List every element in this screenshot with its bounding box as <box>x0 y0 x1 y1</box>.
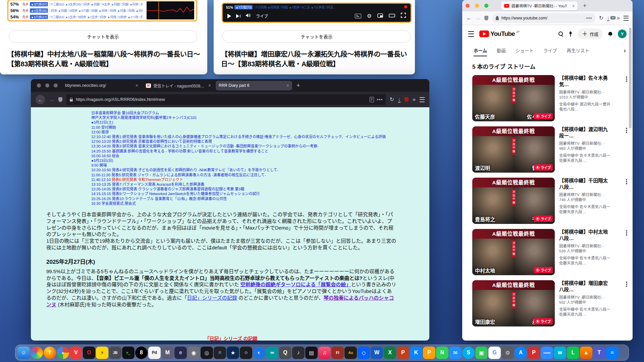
video-title[interactable]: 【将棋中継】千田翔太八段… <box>559 178 611 190</box>
search-icon[interactable] <box>558 32 564 37</box>
tab-playlists[interactable]: 再生リスト <box>567 47 590 54</box>
diary-series-link[interactable]: 日記」シリーズの記録 <box>187 295 237 301</box>
kebab-menu-icon[interactable] <box>626 282 627 283</box>
play-icon[interactable] <box>227 14 231 18</box>
tab-rrr-diary[interactable]: RRR Diary part 6 × <box>216 81 292 90</box>
kebab-menu-icon[interactable] <box>626 76 627 78</box>
new-tab-button[interactable]: + <box>294 82 303 89</box>
volume-icon[interactable] <box>246 13 251 19</box>
channel-name[interactable]: 囲碁将棋TV -朝日新聞社- · <box>559 295 611 300</box>
video-title[interactable]: 【将棋中継】中村太地八段… <box>559 229 611 242</box>
dock-stellarium-icon[interactable]: ★ <box>227 347 239 359</box>
overflow-menu-icon[interactable]: » <box>617 15 620 21</box>
reload-icon[interactable]: ↻ <box>599 15 603 21</box>
video-thumbnail[interactable]: A級順位戦最終戦 対局中継 増田康宏 永瀬拓矢 ライブ <box>472 280 555 326</box>
dock-midi-player-icon[interactable]: ♪ <box>292 347 305 359</box>
dock-jedit-icon[interactable]: JB <box>109 347 121 359</box>
channel-name[interactable]: 囲碁将棋TV -朝日新聞社- · <box>559 244 611 249</box>
url-bar[interactable]: https://www.youtube.com/ <box>492 13 595 23</box>
dock-dropbox-icon[interactable]: ◇ <box>358 347 370 359</box>
miniplayer-icon[interactable] <box>377 13 383 19</box>
new-tab-button[interactable]: + <box>580 2 589 9</box>
tab-bbynews[interactable]: bbynews.neocities.org/ × <box>62 81 141 90</box>
url-bar[interactable]: https://nagasm.org/ASL/RRR06/index.html#… <box>66 94 386 105</box>
tab-live[interactable]: ライブ <box>543 47 557 54</box>
youtube-guide-icon[interactable] <box>468 31 474 37</box>
page-actions-icon[interactable] <box>588 17 590 19</box>
close-tab-icon[interactable]: × <box>286 83 289 88</box>
kebab-menu-icon[interactable] <box>626 230 627 232</box>
dock-wifi-app-icon[interactable]: ≈ <box>606 347 619 359</box>
dock-system-settings-icon[interactable]: ⚙ <box>501 347 514 359</box>
scrollbar[interactable] <box>629 28 632 128</box>
dock-line-icon[interactable]: L <box>567 347 579 359</box>
downloads-icon[interactable]: ↓ <box>398 97 400 103</box>
tab-home[interactable]: ホーム <box>474 47 487 54</box>
settings-gear-icon[interactable]: ⚙ <box>367 13 372 19</box>
dock-photo-booth-icon[interactable]: ◉ <box>187 347 200 359</box>
tab-videos[interactable]: 動画 <box>497 47 506 54</box>
channel-name[interactable]: 囲碁将棋TV -朝日新聞社- · <box>559 192 611 197</box>
dock-mail-icon[interactable]: ✉ <box>449 347 462 359</box>
dock-quicktime-icon[interactable]: Q <box>279 347 291 359</box>
dock-vlc-icon[interactable]: ▲ <box>580 347 592 359</box>
dock-audition-icon[interactable]: Au <box>344 347 357 359</box>
zoom-window-button[interactable] <box>54 83 58 87</box>
avatar[interactable]: Y <box>618 29 627 38</box>
tracking-shield-icon[interactable] <box>58 97 62 102</box>
tracking-shield-icon[interactable] <box>484 16 488 20</box>
zoom-window-button[interactable] <box>484 4 488 8</box>
ublock-icon[interactable] <box>405 97 409 102</box>
dock-google-app-icon[interactable]: G <box>488 347 501 359</box>
dock-zoom-icon[interactable]: zoom <box>541 347 553 359</box>
dock-terminal-icon[interactable]: >_ <box>122 347 135 359</box>
close-tab-icon[interactable]: × <box>136 83 138 88</box>
dock-arduino-icon[interactable]: ∞ <box>266 347 278 359</box>
dock-wave-app-icon[interactable]: w <box>554 347 566 359</box>
dock-music-icon[interactable]: ♫ <box>318 347 331 359</box>
tab-youtube[interactable]: 囲碁将棋TV -朝日新聞社- - YouT × <box>501 1 578 10</box>
kebab-menu-icon[interactable] <box>626 128 627 129</box>
mic-icon[interactable] <box>569 32 572 37</box>
minimize-window-button[interactable] <box>475 4 479 8</box>
dock-obs-icon[interactable]: ◎ <box>201 347 213 359</box>
video-thumbnail[interactable]: A級順位戦最終戦 対局中継 佐藤天彦 佐々木勇気 ライブ <box>472 75 555 121</box>
forward-button[interactable]: → <box>475 15 481 21</box>
tab-shorts[interactable]: ショート <box>516 47 534 54</box>
forward-button[interactable]: → <box>49 97 54 102</box>
fullscreen-icon[interactable] <box>401 13 406 19</box>
dock-audio-mixer-icon[interactable]: ≡ <box>214 347 226 359</box>
channel-name[interactable]: 囲碁将棋TV -朝日新聞社- · <box>559 141 611 146</box>
dock-max-msp-icon[interactable]: M <box>161 347 174 359</box>
subtitles-icon[interactable] <box>355 14 361 18</box>
tab-gmail-inbox[interactable]: M 受信トレイ - nagasm0508@gmai × <box>143 81 214 90</box>
dock-teams-icon[interactable]: T <box>593 347 605 359</box>
dock-8ball-icon[interactable]: 8 <box>135 347 148 359</box>
dock-vivaldi-icon[interactable]: V <box>70 347 82 359</box>
video-title[interactable]: 【将棋中継】佐々木勇気… <box>559 75 611 88</box>
menu-icon[interactable] <box>624 16 629 21</box>
dock-numbers-icon[interactable]: N <box>436 347 448 359</box>
dock-chrome-icon[interactable]: ● <box>57 347 69 359</box>
notifications-bell-icon[interactable] <box>608 32 612 36</box>
next-icon[interactable] <box>236 14 240 18</box>
overflow-menu-icon[interactable]: » <box>413 97 416 102</box>
dock-excel-icon[interactable]: X <box>384 347 396 359</box>
dock-facetime-icon[interactable]: ▣ <box>475 347 488 359</box>
dock-skype-icon[interactable]: S <box>462 347 475 359</box>
show-chat-button[interactable]: チャットを表示 <box>9 30 197 43</box>
diary-series-footer-link[interactable]: 「日記」シリーズ の記録 <box>46 335 416 341</box>
dock-flash-icon[interactable]: Fl <box>331 347 344 359</box>
channel-name[interactable]: 囲碁将棋TV -朝日新聞社- · <box>559 90 611 95</box>
reload-icon[interactable]: ↻ <box>390 97 394 102</box>
dock-powerpoint-icon[interactable]: P <box>397 347 409 359</box>
dock-clock-icon[interactable]: ○ <box>240 347 252 359</box>
downloads-icon[interactable]: ↓ <box>607 15 609 21</box>
page-actions-icon[interactable] <box>379 99 380 100</box>
dock-automator-icon[interactable]: ⚡ <box>96 347 108 359</box>
dock-pdf-reader-icon[interactable]: P <box>528 347 540 359</box>
close-tab-icon[interactable]: × <box>572 3 575 8</box>
dock-keyboard-app-icon[interactable]: ▤ <box>305 347 318 359</box>
close-tab-icon[interactable]: × <box>208 83 211 88</box>
back-button[interactable]: ← <box>36 95 45 104</box>
